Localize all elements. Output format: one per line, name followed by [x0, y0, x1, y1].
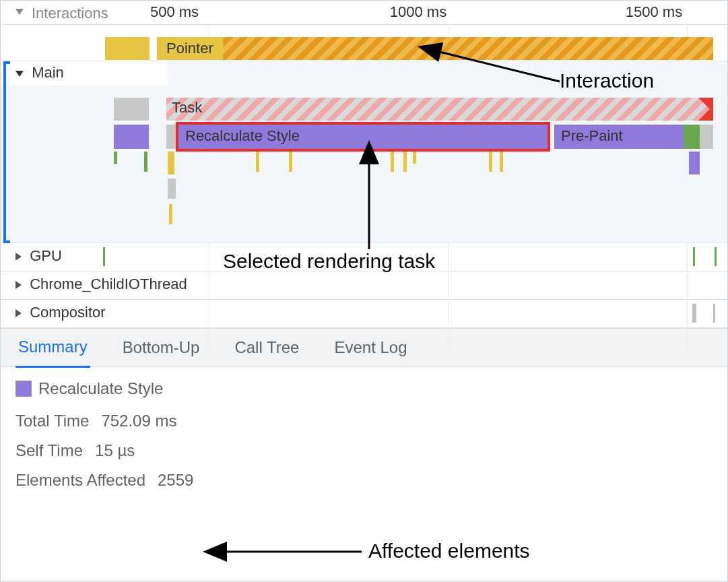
paint-tick	[144, 152, 147, 172]
elements-affected-key: Elements Affected	[15, 471, 145, 490]
annotation-affected: Affected elements	[368, 540, 530, 562]
gpu-tick	[103, 247, 105, 266]
task-tick	[168, 179, 176, 199]
script-tick	[500, 152, 503, 172]
tab-event-log[interactable]: Event Log	[331, 329, 409, 366]
pointer-label: Pointer	[157, 37, 223, 60]
main-track-label[interactable]: Main	[1, 61, 168, 86]
script-tick	[413, 152, 416, 164]
paint-segment[interactable]	[684, 125, 700, 149]
summary-panel: Recalculate Style Total Time 752.09 ms S…	[1, 367, 727, 502]
chrome-io-label: Chrome_ChildIOThread	[30, 276, 187, 292]
compositor-track[interactable]: Compositor	[1, 300, 727, 328]
script-tick	[289, 152, 292, 172]
compositor-tick	[692, 304, 696, 323]
summary-event-title: Recalculate Style	[38, 379, 163, 398]
event-color-swatch	[15, 381, 32, 397]
task-grey-segment[interactable]	[166, 125, 176, 149]
pre-paint-bar[interactable]: Pre-Paint	[554, 125, 684, 149]
compositor-tick	[713, 304, 715, 323]
arrow-icon	[213, 544, 366, 560]
interactions-track-label: Interactions	[32, 5, 108, 22]
rendering-tick	[689, 152, 700, 174]
rendering-segment[interactable]	[114, 125, 149, 149]
task-bar[interactable]: Task	[166, 98, 713, 121]
script-tick	[169, 204, 172, 224]
self-time-val: 15 µs	[95, 441, 135, 460]
collapse-icon[interactable]	[15, 71, 24, 77]
gpu-tick	[715, 247, 717, 266]
interaction-pre-segment[interactable]	[105, 37, 150, 60]
compositor-label: Compositor	[30, 304, 105, 321]
elements-affected-val: 2559	[158, 471, 193, 490]
thread-bracket-icon	[3, 61, 11, 243]
script-tick	[489, 152, 492, 172]
prepaint-label: Pre-Paint	[561, 127, 623, 144]
total-time-val: 752.09 ms	[101, 412, 176, 430]
recalc-label: Recalculate Style	[185, 127, 300, 144]
tab-summary[interactable]: Summary	[15, 328, 90, 368]
task-grey-segment[interactable]	[114, 98, 149, 121]
gpu-tick	[693, 247, 695, 266]
gpu-label: GPU	[30, 247, 62, 264]
script-tick	[391, 152, 394, 172]
ruler-tick: 1000 ms	[390, 3, 446, 21]
script-tick	[168, 152, 174, 174]
main-label-text: Main	[32, 64, 64, 81]
ruler-tick: 1500 ms	[626, 3, 682, 21]
gpu-track[interactable]: GPU	[1, 243, 727, 271]
timeline-ruler[interactable]: Interactions 500 ms 1000 ms 1500 ms	[1, 1, 727, 25]
details-tabs: Summary Bottom-Up Call Tree Event Log	[1, 328, 727, 367]
chrome-io-track[interactable]: Chrome_ChildIOThread	[1, 271, 727, 300]
self-time-key: Self Time	[15, 441, 83, 460]
ruler-tick: 500 ms	[150, 3, 199, 21]
recalculate-style-bar[interactable]: Recalculate Style	[178, 125, 548, 149]
expand-icon[interactable]	[15, 253, 22, 261]
tab-bottom-up[interactable]: Bottom-Up	[120, 329, 203, 366]
tab-call-tree[interactable]: Call Tree	[232, 329, 302, 366]
long-task-warning-icon	[698, 106, 713, 121]
collapse-icon[interactable]	[15, 9, 24, 15]
expand-icon[interactable]	[15, 281, 22, 289]
main-track[interactable]: Main Task Recalculate Style Pre-Paint	[1, 61, 727, 243]
interaction-bar[interactable]	[157, 37, 713, 60]
task-label: Task	[172, 99, 202, 116]
total-time-key: Total Time	[15, 412, 89, 430]
script-tick	[403, 152, 407, 172]
interactions-track[interactable]: Pointer	[1, 25, 727, 61]
expand-icon[interactable]	[15, 309, 22, 317]
task-grey-segment[interactable]	[700, 125, 713, 149]
script-tick	[256, 152, 259, 172]
paint-tick	[114, 152, 117, 164]
